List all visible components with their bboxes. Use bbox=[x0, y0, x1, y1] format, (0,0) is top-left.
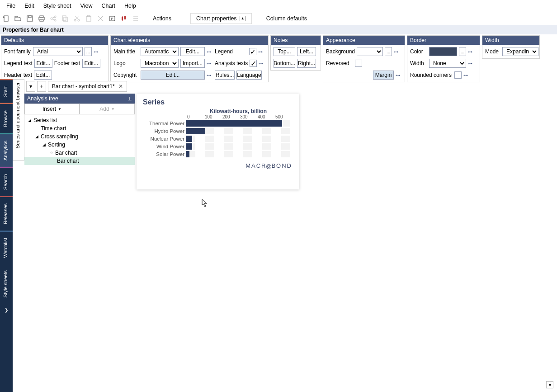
bar-track bbox=[186, 143, 293, 150]
tree-node-barchart2[interactable]: Bar chart bbox=[24, 157, 135, 165]
logo-select[interactable]: Macrobond bbox=[141, 59, 179, 68]
legend-checkbox[interactable]: ✓ bbox=[249, 48, 256, 55]
fontfamily-label: Font family bbox=[4, 48, 31, 55]
column-defaults-button[interactable]: Column defaults bbox=[261, 14, 312, 24]
maintitle-select[interactable]: Automatic bbox=[141, 47, 179, 56]
presentation-icon[interactable]: P bbox=[108, 14, 117, 23]
logo-import[interactable]: Import... bbox=[180, 59, 205, 68]
pin-icon[interactable]: ⊶ bbox=[259, 61, 265, 66]
footertext-edit[interactable]: Edit... bbox=[82, 59, 100, 68]
pin-icon[interactable]: ⊶ bbox=[396, 73, 402, 78]
scroll-down-button[interactable]: ▾ bbox=[546, 381, 553, 388]
tree-node-crosssampling[interactable]: ◢Cross sampling bbox=[24, 132, 135, 141]
note-right[interactable]: Right... bbox=[297, 59, 316, 68]
tree-node-barchart1[interactable]: ☆Bar chart bbox=[24, 149, 135, 157]
pin-icon[interactable]: ⊶ bbox=[207, 49, 213, 54]
note-left[interactable]: Left... bbox=[297, 47, 316, 56]
background-select[interactable] bbox=[357, 47, 383, 56]
menu-edit[interactable]: Edit bbox=[20, 1, 39, 11]
properties-title: Properties for Bar chart bbox=[0, 25, 557, 34]
lefttab-stylesheets[interactable]: Style sheets bbox=[0, 264, 13, 304]
svg-point-10 bbox=[54, 19, 56, 21]
pin-icon[interactable]: ⊶ bbox=[468, 61, 474, 66]
svg-point-15 bbox=[74, 19, 76, 21]
pin-icon[interactable]: ⊶ bbox=[207, 73, 213, 78]
svg-point-16 bbox=[78, 19, 80, 21]
list-icon bbox=[131, 14, 140, 23]
save-icon[interactable] bbox=[25, 14, 34, 23]
axis-title: Kilowatt-hours, billion bbox=[184, 108, 293, 114]
bar-row: Thermal Power bbox=[143, 119, 293, 127]
pin-icon[interactable]: ⊶ bbox=[468, 49, 474, 54]
menu-view[interactable]: View bbox=[76, 1, 97, 11]
tree-node-serieslist[interactable]: ◢Series list bbox=[24, 116, 135, 124]
pin-icon[interactable]: ⊶ bbox=[94, 49, 100, 54]
note-bottom[interactable]: Bottom... bbox=[274, 59, 295, 68]
open-icon[interactable] bbox=[14, 14, 23, 23]
tree-add[interactable]: Add▼ bbox=[80, 104, 135, 114]
headertext-edit[interactable]: Edit... bbox=[34, 71, 52, 80]
lefttab-browse[interactable]: Browse bbox=[0, 103, 13, 133]
paste-icon bbox=[84, 14, 93, 23]
language-button[interactable]: Language bbox=[236, 71, 262, 80]
lefttab-search[interactable]: Search bbox=[0, 167, 13, 196]
menu-chart[interactable]: Chart bbox=[97, 1, 120, 11]
tree-node-timechart[interactable]: Time chart bbox=[24, 124, 135, 132]
series-doc-browser-label: Series and document browser bbox=[13, 80, 22, 151]
analysistexts-checkbox[interactable]: ✓ bbox=[250, 60, 257, 67]
close-icon[interactable]: ✕ bbox=[118, 83, 123, 90]
share-icon bbox=[49, 14, 58, 23]
margin-button[interactable]: Margin bbox=[373, 71, 394, 80]
pin-icon[interactable]: ⊶ bbox=[258, 49, 264, 54]
lefttab-watchlist[interactable]: Watchlist bbox=[0, 231, 13, 264]
left-tabstrip: Start Browse Analytics Search Releases W… bbox=[0, 79, 13, 392]
pin-icon[interactable]: ⊥ bbox=[127, 96, 132, 102]
bar-track bbox=[186, 136, 293, 142]
property-panels: Defaults Font family Arial ... ⊶ Legend … bbox=[0, 34, 557, 83]
lefttab-start[interactable]: Start bbox=[0, 79, 13, 103]
legendtext-edit[interactable]: Edit... bbox=[34, 59, 52, 68]
new-icon[interactable] bbox=[2, 14, 11, 23]
chart-properties-button[interactable]: Chart properties ▲ bbox=[190, 13, 252, 24]
candlestick-icon[interactable] bbox=[119, 14, 128, 23]
chart-canvas[interactable]: Series Kilowatt-hours, billion 0 100 200… bbox=[137, 94, 299, 189]
tick: 400 bbox=[258, 114, 275, 119]
series-doc-browser-strip[interactable]: Series and document browser bbox=[13, 79, 24, 161]
svg-text:P: P bbox=[111, 17, 113, 21]
lefttab-more[interactable]: ❯ bbox=[0, 304, 13, 316]
menu-file[interactable]: File bbox=[2, 1, 20, 11]
svg-line-11 bbox=[52, 17, 54, 18]
rules-button[interactable]: Rules... bbox=[215, 71, 235, 80]
border-color-select[interactable] bbox=[429, 47, 457, 56]
rounded-checkbox[interactable] bbox=[454, 71, 462, 79]
lefttab-analytics[interactable]: Analytics bbox=[0, 133, 13, 167]
border-color-more[interactable]: ... bbox=[459, 47, 466, 56]
tick: 200 bbox=[222, 114, 240, 119]
panel-notes-header: Notes bbox=[271, 36, 321, 45]
print-icon[interactable] bbox=[37, 14, 46, 23]
menu-stylesheet[interactable]: Style sheet bbox=[39, 1, 76, 11]
tree-insert[interactable]: Insert▼ bbox=[24, 104, 80, 114]
note-top[interactable]: Top... bbox=[274, 47, 295, 56]
reversed-checkbox[interactable] bbox=[355, 60, 362, 67]
fontfamily-more[interactable]: ... bbox=[85, 47, 92, 56]
svg-point-9 bbox=[54, 16, 56, 18]
lefttab-releases[interactable]: Releases bbox=[0, 196, 13, 231]
tab-add[interactable]: + bbox=[37, 81, 46, 92]
bar-value bbox=[186, 120, 282, 127]
actions-button[interactable]: Actions bbox=[147, 14, 177, 24]
pin-icon[interactable]: ⊶ bbox=[394, 49, 400, 54]
maintitle-edit[interactable]: Edit... bbox=[180, 47, 205, 56]
fontfamily-select[interactable]: Arial bbox=[33, 47, 83, 56]
background-more[interactable]: ... bbox=[385, 47, 392, 56]
pin-icon[interactable]: ⊶ bbox=[463, 73, 470, 78]
menu-help[interactable]: Help bbox=[120, 1, 141, 11]
document-tab[interactable]: Bar chart - symbol chart1* ✕ bbox=[48, 81, 127, 92]
copyright-edit[interactable]: Edit... bbox=[141, 71, 205, 80]
border-width-select[interactable]: None bbox=[429, 59, 466, 68]
pin-icon[interactable]: ⊶ bbox=[207, 61, 213, 66]
tab-dropdown[interactable]: ▾ bbox=[26, 81, 35, 92]
logo-label: Logo bbox=[113, 60, 139, 66]
width-mode-select[interactable]: Expanding bbox=[502, 47, 538, 56]
tree-node-sorting[interactable]: ◢Sorting bbox=[24, 141, 135, 149]
